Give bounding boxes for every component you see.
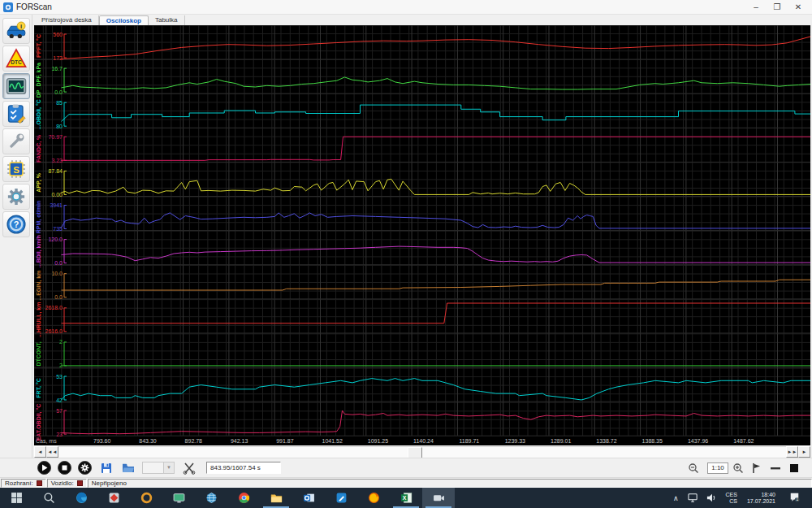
min-label-obdii-temp: 80 bbox=[56, 124, 63, 129]
max-label-frt: 53 bbox=[56, 374, 63, 380]
taskbar-app-chrome[interactable] bbox=[227, 488, 260, 508]
clock[interactable]: 18:40 17.07.2021 bbox=[747, 492, 775, 505]
taskbar-app-edge[interactable] bbox=[65, 488, 97, 508]
min-label-hrull: 2616.0 bbox=[45, 328, 63, 334]
taskbar-app-media-app[interactable] bbox=[130, 488, 162, 508]
x-tick-label: 843.30 bbox=[139, 438, 157, 444]
stop-icon bbox=[60, 463, 69, 472]
sidebar-item-service[interactable] bbox=[2, 128, 30, 154]
taskbar-app-start[interactable] bbox=[0, 488, 32, 508]
max-label-rpm: 3941 bbox=[50, 202, 63, 208]
settings-icon bbox=[6, 186, 27, 207]
x-tick-label: 1437.96 bbox=[688, 438, 708, 444]
max-label-egin: 10.0 bbox=[51, 271, 63, 276]
oscilloscope-icon bbox=[6, 76, 27, 97]
tab-bar: Přístrojová deska Osciloskop Tabulka bbox=[33, 15, 812, 25]
open-folder-icon bbox=[122, 462, 135, 475]
marker-button[interactable] bbox=[749, 461, 764, 475]
signal-select[interactable]: ▼ bbox=[142, 462, 175, 474]
max-label-app: 87.84 bbox=[48, 168, 63, 174]
min-label-frt: 42 bbox=[56, 397, 63, 403]
scope-toolbar: ▼ 843.95/1607.54 s 1:10 bbox=[0, 458, 812, 477]
chrome-icon bbox=[238, 492, 250, 504]
axis-bracket-dp-dpf bbox=[64, 68, 67, 92]
channel-label-rpm: RPM, ot/min bbox=[36, 201, 42, 233]
taskbar-app-file-explorer[interactable] bbox=[260, 488, 292, 508]
svg-text:i: i bbox=[19, 23, 21, 30]
photo-viewer-icon bbox=[108, 492, 120, 504]
channel-label-dtcont: DTCONT, bbox=[36, 341, 42, 366]
taskbar-app-excel[interactable]: X bbox=[390, 488, 422, 508]
tab-dashboard[interactable]: Přístrojová deska bbox=[35, 15, 99, 25]
taskbar-app-screen-recorder[interactable] bbox=[422, 488, 455, 508]
sidebar-item-help[interactable]: ? bbox=[2, 211, 30, 237]
line-style-button[interactable] bbox=[768, 461, 783, 475]
taskbar-app-outlook[interactable] bbox=[292, 488, 325, 508]
x-tick-label: 1041.52 bbox=[322, 438, 343, 444]
stop-button[interactable] bbox=[58, 461, 71, 475]
svg-text:?: ? bbox=[13, 219, 19, 229]
save-icon bbox=[100, 462, 113, 475]
taskbar-app-firefox[interactable] bbox=[357, 488, 390, 508]
channel-label-fandc: FANDC, % bbox=[36, 134, 42, 163]
network-icon[interactable] bbox=[688, 493, 698, 503]
scroll-page-right-button[interactable]: ►► bbox=[786, 446, 798, 458]
scroll-step-right-button[interactable]: ► bbox=[798, 446, 810, 458]
taskbar-app-internet-globe[interactable] bbox=[195, 488, 227, 508]
min-label-fandc: 3.23 bbox=[51, 158, 63, 163]
axis-bracket-ppft bbox=[64, 34, 67, 58]
channel-label-egin: ...EGIN, km bbox=[36, 271, 42, 301]
max-label-hrull: 2618.0 bbox=[45, 305, 63, 310]
windows-taskbar: X ∧ CES CS 18:40 17.07.2021 1 bbox=[0, 488, 812, 508]
channel-label-obdii-temp: ...OBDII, °C bbox=[36, 99, 42, 129]
trace-hrull bbox=[62, 303, 811, 323]
interface-label: Rozhraní: bbox=[5, 480, 33, 487]
sidebar-item-vehicle-info[interactable]: i bbox=[2, 18, 30, 44]
cut-button[interactable] bbox=[181, 461, 197, 475]
media-app-icon bbox=[140, 492, 153, 504]
scrollbar-thumb[interactable] bbox=[408, 447, 422, 458]
sidebar-item-programming[interactable]: S bbox=[2, 156, 30, 182]
taskbar-app-photo-viewer[interactable] bbox=[97, 488, 130, 508]
maximize-button[interactable]: ❐ bbox=[767, 1, 788, 14]
sidebar-item-tests[interactable] bbox=[2, 101, 30, 127]
zoom-in-button[interactable] bbox=[731, 461, 745, 475]
tab-oscilloscope[interactable]: Osciloskop bbox=[99, 15, 149, 25]
sidebar-item-dtc[interactable]: DTC bbox=[2, 46, 30, 72]
zoom-out-button[interactable] bbox=[686, 461, 701, 475]
sidebar-item-settings[interactable] bbox=[2, 184, 30, 210]
x-tick-label: 1487.62 bbox=[733, 438, 754, 444]
oscilloscope-canvas[interactable]: 793.60843.30892.78942.13991.871041.52109… bbox=[34, 25, 810, 445]
tray-expand-icon[interactable]: ∧ bbox=[673, 494, 679, 502]
scroll-page-left-button[interactable]: ◄◄ bbox=[46, 446, 58, 458]
record-settings-button[interactable] bbox=[78, 461, 92, 475]
vehicle-status-cell: Vozidlo: bbox=[47, 479, 87, 488]
max-label-eat: 57 bbox=[56, 408, 63, 414]
play-button[interactable] bbox=[37, 461, 51, 475]
save-button[interactable] bbox=[98, 461, 114, 475]
channel-label-hrull: ...HRULL, km bbox=[36, 302, 42, 338]
axis-bracket-speed bbox=[64, 240, 67, 263]
channel-label-eat: EAT.OBDII, °C bbox=[36, 404, 42, 441]
volume-icon[interactable] bbox=[706, 493, 717, 503]
sidebar-item-oscilloscope[interactable] bbox=[2, 73, 30, 99]
block-style-button[interactable] bbox=[787, 461, 801, 475]
notification-center-button[interactable]: 1 bbox=[785, 491, 804, 506]
min-label-speed: 0.0 bbox=[54, 260, 63, 266]
taskbar-app-search[interactable] bbox=[32, 488, 65, 508]
min-label-rpm: 735 bbox=[53, 226, 63, 232]
scroll-step-left-button[interactable]: ◄ bbox=[34, 446, 46, 458]
x-tick-label: 991.87 bbox=[276, 438, 294, 444]
close-button[interactable]: ✕ bbox=[788, 1, 809, 14]
axis-bracket-fandc bbox=[64, 137, 67, 160]
tab-table[interactable]: Tabulka bbox=[149, 15, 185, 25]
minimize-button[interactable]: – bbox=[745, 1, 767, 14]
open-button[interactable] bbox=[120, 461, 136, 475]
x-tick-label: 942.13 bbox=[231, 438, 248, 444]
svg-text:X: X bbox=[402, 495, 406, 501]
language-indicator[interactable]: CES CS bbox=[726, 492, 737, 505]
zoom-scale-display: 1:10 bbox=[707, 462, 728, 474]
taskbar-app-display-capture[interactable] bbox=[162, 488, 195, 508]
scrollbar-track[interactable] bbox=[58, 446, 786, 458]
taskbar-app-notes[interactable] bbox=[325, 488, 357, 508]
